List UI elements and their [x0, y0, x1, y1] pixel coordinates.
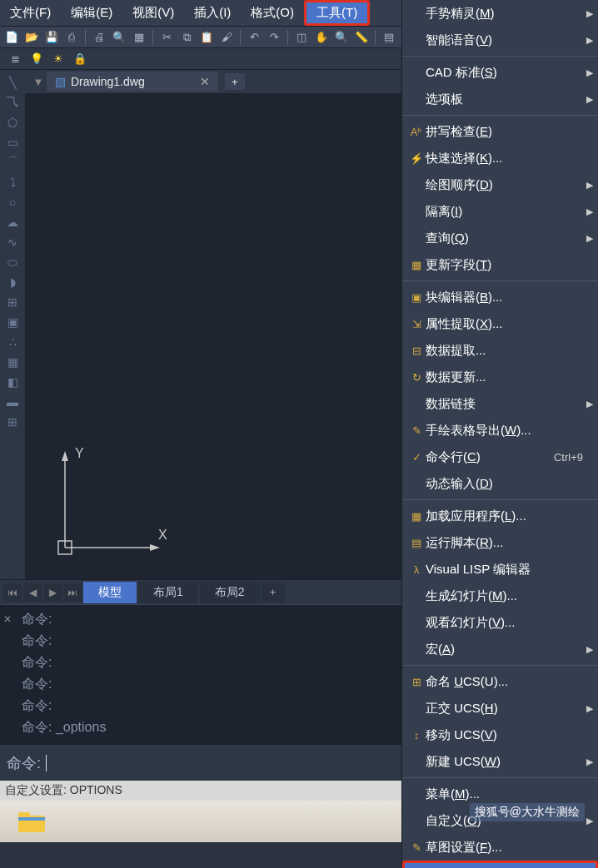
rectangle-icon[interactable]: ▭ [2, 133, 22, 151]
bulb-icon[interactable]: 💡 [28, 51, 45, 67]
point-icon[interactable]: ∴ [2, 333, 22, 351]
menu-item[interactable]: 手势精灵(M)▶ [402, 0, 598, 27]
tab-dropdown-icon[interactable]: ▼ [30, 73, 47, 90]
close-tab-icon[interactable]: ✕ [200, 75, 210, 88]
zoom-icon[interactable]: 🔍 [333, 29, 350, 46]
layout-tab-model[interactable]: 模型 [83, 582, 137, 603]
arc2-icon[interactable]: ⤵ [2, 173, 22, 191]
command-prompt: 命令: [7, 753, 41, 773]
block-icon: ▣ [407, 291, 426, 304]
layer-icon[interactable]: ▤ [381, 29, 397, 46]
redo-icon[interactable]: ↷ [266, 29, 282, 46]
block-make-icon[interactable]: ▣ [2, 313, 22, 331]
new-tab-button[interactable]: + [225, 73, 245, 90]
menu-item[interactable]: 动态输入(D) [402, 470, 598, 497]
line-icon[interactable]: ╲ [2, 73, 22, 92]
menu-item[interactable]: ✎草图设置(F)... [402, 834, 598, 861]
menu-item[interactable]: 观看幻灯片(V)... [402, 609, 598, 636]
menu-item[interactable]: 选项板▶ [402, 86, 598, 112]
print-icon[interactable]: 🖨 [91, 29, 107, 46]
measure-icon[interactable]: 📏 [353, 29, 370, 46]
menu-item[interactable]: ▦加载应用程序(L)... [402, 503, 598, 529]
menu-item[interactable]: ↕移动 UCS(V) [402, 722, 598, 748]
hatch-icon[interactable]: ▦ [2, 353, 22, 371]
layout-first-icon[interactable]: ⏮ [3, 583, 22, 602]
draw-toolbar: ╲ ⺄ ⬠ ▭ ⌒ ⤵ ○ ☁ ∿ ⬭ ◗ ⊞ ▣ ∴ ▦ ◧ ▬ ⊞ [0, 70, 25, 579]
menu-item[interactable]: Aᵇ拼写检查(E) [402, 118, 598, 145]
menu-item[interactable]: 宏(A)▶ [402, 636, 598, 662]
menu-item[interactable]: 智能语音(V)▶ [402, 27, 598, 53]
polyline-icon[interactable]: ⺄ [2, 93, 22, 112]
layout-tab-2[interactable]: 布局2 [200, 582, 260, 603]
lock-icon[interactable]: 🔒 [72, 51, 88, 67]
eraser-icon[interactable]: ◫ [293, 29, 310, 46]
ellipse-icon[interactable]: ⬭ [2, 253, 22, 271]
menu-item[interactable]: ✓命令行(C)Ctrl+9 [402, 444, 598, 470]
menu-view[interactable]: 视图(V) [122, 0, 184, 26]
menu-item[interactable]: λVisual LISP 编辑器 [402, 556, 598, 583]
menu-file[interactable]: 文件(F) [0, 0, 61, 26]
region-icon[interactable]: ▬ [2, 393, 22, 411]
arc-icon[interactable]: ⌒ [2, 153, 22, 171]
plot-icon[interactable]: ▦ [131, 29, 147, 46]
pan-icon[interactable]: ✋ [313, 29, 330, 46]
menu-item[interactable]: ⚡快速选择(K)... [402, 145, 598, 171]
menu-item[interactable]: ✎手绘表格导出(W)... [402, 417, 598, 444]
spline-icon[interactable]: ∿ [2, 233, 22, 251]
circle-icon[interactable]: ○ [2, 193, 22, 211]
menu-item[interactable]: 正交 UCS(H)▶ [402, 695, 598, 722]
open-icon[interactable]: 📂 [23, 29, 40, 46]
undo-icon[interactable]: ↶ [246, 29, 262, 46]
add-layout-button[interactable]: + [262, 583, 285, 603]
menu-tools[interactable]: 工具(T) [304, 0, 370, 26]
polygon-icon[interactable]: ⬠ [2, 113, 22, 131]
preview-icon[interactable]: 🔍 [111, 29, 127, 46]
menu-item[interactable]: 查询(Q)▶ [402, 225, 598, 251]
paste-icon[interactable]: 📋 [198, 29, 215, 46]
new-icon[interactable]: 📄 [3, 29, 20, 46]
layer-manager-icon[interactable]: ≣ [7, 51, 23, 67]
saveas-icon[interactable]: ⎙ [63, 29, 80, 46]
menu-item[interactable]: ⊞命名 UCS(U)... [402, 668, 598, 695]
table-icon[interactable]: ⊞ [2, 413, 22, 431]
menu-format[interactable]: 格式(O) [241, 0, 304, 26]
match-icon[interactable]: 🖌 [218, 29, 235, 46]
menu-item-label: 数据链接 [426, 396, 590, 412]
file-tab-name: Drawing1.dwg [71, 75, 145, 88]
layout-prev-icon[interactable]: ◀ [23, 583, 42, 602]
menu-item[interactable]: ⚙选项( [402, 861, 598, 868]
cloud-icon[interactable]: ☁ [2, 213, 22, 231]
layout-last-icon[interactable]: ⏭ [63, 583, 82, 602]
menu-edit[interactable]: 编辑(E) [61, 0, 122, 26]
file-explorer-icon[interactable] [17, 809, 47, 834]
menu-item-label: 宏(A) [426, 642, 590, 657]
insert-icon[interactable]: ⊞ [2, 293, 22, 311]
menu-item-label: 快速选择(K)... [426, 151, 590, 166]
copy-icon[interactable]: ⧉ [178, 29, 195, 46]
menu-item[interactable]: ⇲属性提取(X)... [402, 310, 598, 337]
ellipse-arc-icon[interactable]: ◗ [2, 273, 22, 291]
gradient-icon[interactable]: ◧ [2, 373, 22, 391]
sun-icon[interactable]: ☀ [50, 51, 67, 67]
menu-item-label: 智能语音(V) [426, 32, 590, 48]
menu-item[interactable]: ↻数据更新... [402, 364, 598, 390]
menu-item[interactable]: 新建 UCS(W)▶ [402, 748, 598, 775]
file-tab[interactable]: ▧ Drawing1.dwg ✕ [47, 72, 218, 92]
menu-insert[interactable]: 插入(I) [184, 0, 241, 26]
menu-item[interactable]: ▣块编辑器(B)... [402, 284, 598, 310]
ucsname-icon: ⊞ [407, 676, 426, 688]
close-cmdline-icon[interactable]: ✕ [3, 608, 12, 630]
menu-item[interactable]: 绘图顺序(D)▶ [402, 171, 598, 198]
menu-item[interactable]: CAD 标准(S)▶ [402, 59, 598, 86]
layout-tab-1[interactable]: 布局1 [138, 582, 198, 603]
menu-item[interactable]: 隔离(I)▶ [402, 198, 598, 225]
cut-icon[interactable]: ✂ [158, 29, 175, 46]
menu-item-label: 加载应用程序(L)... [426, 508, 590, 524]
menu-item[interactable]: ▤运行脚本(R)... [402, 529, 598, 556]
save-icon[interactable]: 💾 [43, 29, 60, 46]
menu-item[interactable]: ▦更新字段(T) [402, 251, 598, 278]
menu-item[interactable]: 生成幻灯片(M)... [402, 583, 598, 609]
menu-item[interactable]: ⊟数据提取... [402, 337, 598, 364]
menu-item[interactable]: 数据链接▶ [402, 390, 598, 417]
layout-next-icon[interactable]: ▶ [43, 583, 62, 602]
